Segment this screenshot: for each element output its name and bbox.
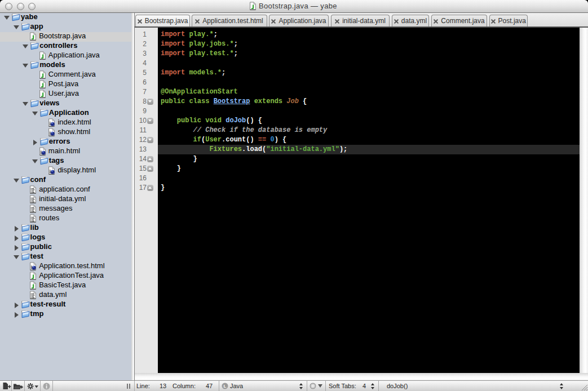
- svg-text:L: L: [223, 384, 226, 389]
